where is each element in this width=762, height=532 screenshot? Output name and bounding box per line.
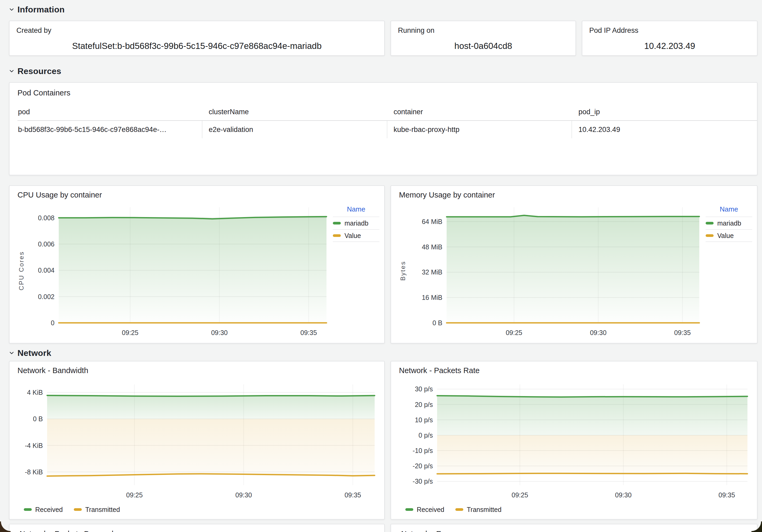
stat-panel-pod-ip[interactable]: Pod IP Address 10.42.203.49 bbox=[582, 21, 757, 56]
series-color-swatch bbox=[74, 508, 82, 511]
y-axis-tick-label: 0 bbox=[51, 319, 54, 327]
section-title: Network bbox=[18, 348, 51, 358]
legend-item-mariadb[interactable]: mariadb bbox=[706, 217, 752, 229]
x-axis-tick-label: 09:25 bbox=[505, 329, 522, 336]
panel-title[interactable]: CPU Usage by container bbox=[15, 191, 379, 199]
legend-item-label: Value bbox=[344, 232, 361, 239]
y-axis-tick-label: 48 MiB bbox=[422, 243, 442, 251]
column-header-container[interactable]: container bbox=[387, 108, 572, 116]
section-header-resources[interactable]: Resources bbox=[9, 65, 757, 77]
chevron-down-icon bbox=[9, 68, 14, 74]
y-axis-tick-label: 0.002 bbox=[38, 293, 54, 300]
pod-containers-table: pod clusterName container pod_ip b-bd568… bbox=[18, 108, 757, 138]
network-charts-row: Network - Bandwidth 09:2509:3009:354 KiB… bbox=[9, 361, 757, 520]
series-color-swatch bbox=[706, 222, 714, 225]
legend-item-label: Transmitted bbox=[85, 506, 120, 513]
y-axis-tick-label: 4 KiB bbox=[27, 389, 43, 396]
dashboard-page: Information Created by StatefulSet:b-bd5… bbox=[0, 0, 762, 532]
x-axis-tick-label: 09:30 bbox=[590, 329, 607, 336]
section-header-network[interactable]: Network bbox=[9, 347, 757, 359]
stat-label: Running on bbox=[398, 27, 434, 34]
chart-legend: Name mariadb Value bbox=[333, 205, 379, 340]
network-errors-panel: Network - Errors bbox=[391, 524, 757, 532]
y-axis-tick-label: -10 p/s bbox=[413, 447, 433, 454]
y-axis-tick-label: -8 KiB bbox=[25, 468, 43, 476]
stat-label: Created by bbox=[16, 27, 51, 34]
legend-item-label: Value bbox=[717, 232, 734, 239]
x-axis-tick-label: 09:35 bbox=[344, 491, 361, 499]
stat-value: host-0a604cd8 bbox=[391, 41, 575, 51]
legend-name-header[interactable]: Name bbox=[706, 205, 752, 217]
series-color-swatch bbox=[455, 508, 463, 511]
series-color-swatch bbox=[24, 508, 32, 511]
series-area bbox=[437, 396, 747, 435]
column-header-pod_ip[interactable]: pod_ip bbox=[572, 108, 757, 116]
legend-item-value[interactable]: Value bbox=[706, 229, 752, 242]
series-line bbox=[447, 216, 699, 217]
section-header-information[interactable]: Information bbox=[9, 4, 757, 15]
column-header-pod[interactable]: pod bbox=[18, 108, 202, 116]
y-axis-tick-label: 0 B bbox=[33, 415, 43, 423]
series-line bbox=[47, 395, 375, 396]
panel-title[interactable]: Memory Usage by container bbox=[397, 191, 752, 199]
legend-item-mariadb[interactable]: mariadb bbox=[333, 217, 379, 229]
x-axis-tick-label: 09:35 bbox=[674, 329, 691, 336]
column-header-clusterName[interactable]: clusterName bbox=[202, 108, 387, 116]
panel-title[interactable]: Network - Bandwidth bbox=[15, 366, 379, 375]
y-axis-tick-label: 0.008 bbox=[38, 214, 54, 222]
bottom-charts-row: Network - Packets Dropped Network - Erro… bbox=[9, 524, 757, 532]
y-axis-tick-label: -30 p/s bbox=[413, 478, 433, 485]
legend-item-label: Received bbox=[35, 506, 63, 513]
table-row[interactable]: b-bd568f3c-99b6-5c15-946c-c97e868ac94e-…… bbox=[18, 121, 757, 138]
stat-panel-running-on[interactable]: Running on host-0a604cd8 bbox=[391, 21, 576, 56]
series-color-swatch bbox=[405, 508, 413, 511]
y-axis-tick-label: 0 p/s bbox=[419, 432, 433, 439]
chevron-down-icon bbox=[9, 7, 14, 12]
legend-item-received[interactable]: Received bbox=[24, 506, 63, 513]
stat-value: StatefulSet:b-bd568f3c-99b6-5c15-946c-c9… bbox=[10, 41, 384, 51]
y-axis-tick-label: 0.006 bbox=[38, 240, 54, 248]
series-line bbox=[437, 396, 747, 397]
cell-pod: b-bd568f3c-99b6-5c15-946c-c97e868ac94e-… bbox=[18, 121, 202, 138]
legend-item-value[interactable]: Value bbox=[333, 229, 379, 242]
panel-title[interactable]: Pod Containers bbox=[18, 89, 757, 97]
y-axis-label: Bytes bbox=[397, 201, 409, 340]
x-axis-tick-label: 09:25 bbox=[126, 491, 143, 499]
y-axis-tick-label: 16 MiB bbox=[422, 294, 442, 301]
network-bandwidth-chart[interactable]: 09:2509:3009:354 KiB0 B-4 KiB-8 KiB bbox=[15, 376, 379, 503]
x-axis-tick-label: 09:30 bbox=[211, 329, 228, 336]
network-packets-rate-chart[interactable]: 09:2509:3009:3530 p/s20 p/s10 p/s0 p/s-1… bbox=[397, 376, 752, 503]
information-stats-row: Created by StatefulSet:b-bd568f3c-99b6-5… bbox=[9, 21, 757, 56]
series-area bbox=[59, 217, 327, 323]
cpu-usage-panel: CPU Usage by container CPU Cores 09:2509… bbox=[9, 185, 385, 344]
chart-legend: Received Transmitted bbox=[397, 503, 752, 516]
panel-title[interactable]: Network - Packets Rate bbox=[397, 366, 752, 375]
legend-name-header[interactable]: Name bbox=[333, 205, 379, 217]
section-title: Resources bbox=[18, 66, 61, 76]
legend-item-transmitted[interactable]: Transmitted bbox=[74, 506, 120, 513]
pod-containers-panel: Pod Containers pod clusterName container… bbox=[9, 82, 757, 175]
y-axis-tick-label: 20 p/s bbox=[415, 401, 433, 408]
x-axis-tick-label: 09:25 bbox=[512, 491, 528, 499]
series-color-swatch bbox=[333, 234, 341, 237]
memory-usage-chart[interactable]: 09:2509:3009:350 B16 MiB32 MiB48 MiB64 M… bbox=[409, 201, 703, 340]
cpu-usage-chart[interactable]: 09:2509:3009:3500.0020.0040.0060.008 bbox=[28, 201, 330, 340]
stat-value: 10.42.203.49 bbox=[582, 41, 757, 51]
series-area bbox=[437, 435, 747, 474]
network-packets-rate-panel: Network - Packets Rate 09:2509:3009:3530… bbox=[391, 361, 757, 520]
legend-item-transmitted[interactable]: Transmitted bbox=[455, 506, 501, 513]
series-color-swatch bbox=[706, 234, 714, 237]
table-header-row: pod clusterName container pod_ip bbox=[18, 108, 757, 121]
panel-title[interactable]: Network - Errors bbox=[399, 530, 757, 532]
y-axis-tick-label: 30 p/s bbox=[415, 385, 433, 393]
memory-usage-panel: Memory Usage by container Bytes 09:2509:… bbox=[391, 185, 757, 344]
panel-title[interactable]: Network - Packets Dropped bbox=[18, 530, 384, 532]
legend-item-received[interactable]: Received bbox=[405, 506, 444, 513]
y-axis-label: CPU Cores bbox=[15, 201, 28, 340]
stat-panel-created-by[interactable]: Created by StatefulSet:b-bd568f3c-99b6-5… bbox=[9, 21, 385, 56]
legend-item-label: Received bbox=[417, 506, 444, 513]
chart-legend: Name mariadb Value bbox=[706, 205, 752, 340]
chevron-down-icon bbox=[9, 350, 14, 356]
series-area bbox=[47, 395, 375, 419]
y-axis-tick-label: 32 MiB bbox=[422, 268, 442, 276]
